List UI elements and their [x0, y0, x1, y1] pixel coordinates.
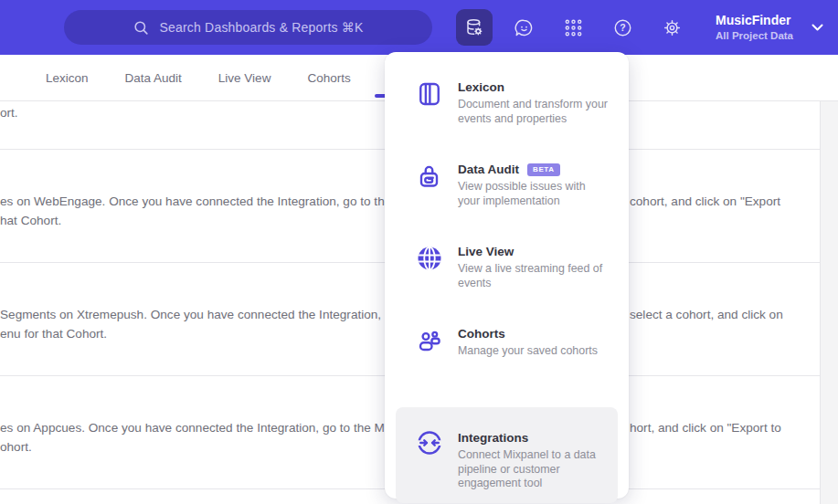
- row-text: hort, and click on "Export to: [630, 418, 781, 437]
- data-management-dropdown: Lexicon Document and transform your even…: [385, 52, 629, 499]
- menu-item-lexicon[interactable]: Lexicon Document and transform your even…: [385, 79, 629, 161]
- menu-item-description: Document and transform your events and p…: [458, 98, 610, 126]
- row-text: hat Cohort.: [0, 211, 61, 230]
- row-text: es on Appcues. Once you have connected t…: [0, 418, 385, 437]
- menu-item-title: Live View: [458, 245, 514, 258]
- menu-item-title: Integrations: [458, 431, 528, 445]
- row-text: ort.: [0, 103, 18, 122]
- row-text: select a cohort, and click on: [630, 305, 783, 324]
- menu-item-description: Connect Mixpanel to a data pipeline or c…: [458, 448, 610, 491]
- active-tab-indicator: [375, 94, 385, 98]
- row-text: Segments on Xtremepush. Once you have co…: [0, 305, 381, 324]
- menu-item-title: Cohorts: [458, 327, 505, 341]
- sync-icon: [416, 429, 443, 457]
- menu-item-data-audit[interactable]: Data AuditBETA View possible issues with…: [385, 161, 629, 243]
- help-icon: ?: [612, 17, 633, 38]
- search-input[interactable]: Search Dashboards & Reports ⌘K: [64, 10, 432, 45]
- menu-item-title: Lexicon: [458, 80, 504, 94]
- header-actions: ? MusicFinder All Project Data: [456, 0, 823, 55]
- row-text: cohort, and click on "Export: [630, 192, 780, 211]
- database-gear-icon: [463, 16, 485, 38]
- smiley-chat-icon: [514, 17, 535, 38]
- row-text: es on WebEngage. Once you have connected…: [0, 192, 391, 211]
- menu-item-cohorts[interactable]: Cohorts Manage your saved cohorts: [385, 325, 629, 407]
- tab-lexicon[interactable]: Lexicon: [46, 71, 89, 85]
- book-icon: [416, 80, 443, 108]
- svg-text:?: ?: [620, 22, 625, 33]
- tab-live-view[interactable]: Live View: [218, 71, 271, 85]
- menu-item-description: View a live streaming feed of events: [458, 262, 610, 290]
- grid-dots-icon: [563, 17, 584, 38]
- data-management-button[interactable]: [456, 9, 493, 46]
- people-icon: [416, 327, 443, 354]
- help-button[interactable]: ?: [604, 9, 641, 46]
- page: Search Dashboards & Reports ⌘K: [0, 0, 838, 504]
- globe-icon: [416, 245, 443, 272]
- search-placeholder: Search Dashboards & Reports ⌘K: [159, 20, 363, 35]
- menu-item-live-view[interactable]: Live View View a live streaming feed of …: [385, 243, 629, 325]
- tab-cohorts[interactable]: Cohorts: [307, 71, 350, 85]
- gear-icon: [662, 17, 683, 38]
- project-name: MusicFinder: [716, 13, 790, 29]
- top-nav-bar: Search Dashboards & Reports ⌘K: [0, 0, 838, 55]
- menu-item-description: View possible issues with your implement…: [458, 180, 610, 208]
- feedback-button[interactable]: [505, 9, 542, 46]
- row-text: enu for that Cohort.: [0, 324, 107, 343]
- lock-spiral-icon: [416, 163, 443, 190]
- project-subtitle: All Project Data: [716, 29, 793, 42]
- apps-grid-button[interactable]: [555, 9, 591, 46]
- project-switcher[interactable]: MusicFinder All Project Data: [716, 13, 793, 42]
- menu-item-title: Data Audit: [458, 163, 519, 176]
- settings-button[interactable]: [653, 9, 690, 46]
- menu-item-description: Manage your saved cohorts: [458, 344, 610, 359]
- project-chevron[interactable]: [811, 24, 823, 32]
- menu-item-integrations[interactable]: Integrations Connect Mixpanel to a data …: [396, 407, 618, 503]
- search-icon: [133, 19, 150, 37]
- scroll-gutter[interactable]: [820, 100, 838, 504]
- beta-badge: BETA: [527, 163, 560, 176]
- tab-data-audit[interactable]: Data Audit: [125, 71, 182, 85]
- row-text: ohort.: [0, 437, 32, 457]
- chevron-down-icon: [811, 24, 823, 32]
